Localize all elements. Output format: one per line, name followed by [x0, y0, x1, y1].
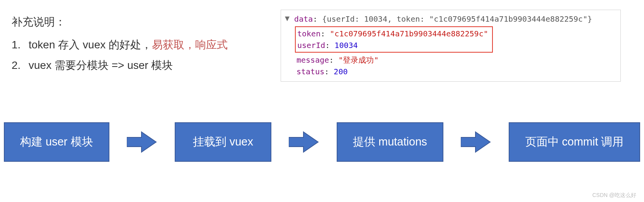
- notes-item-1-num: 1.: [12, 34, 29, 55]
- devtools-token-val: "c1c079695f414a71b9903444e882259c": [330, 29, 488, 38]
- notes-block: 补充说明： 1. token 存入 vuex 的好处，易获取，响应式 2. vu…: [12, 10, 228, 76]
- devtools-status-row: status: 200: [285, 66, 617, 77]
- devtools-summary-line: ▼ data: {userId: 10034, token: "c1c07969…: [285, 13, 617, 25]
- devtools-userid-key: userId: [297, 41, 325, 50]
- arrow-icon-2: [289, 130, 319, 154]
- notes-item-2-text: vuex 需要分模块 => user 模块: [29, 55, 173, 75]
- devtools-message-val: "登录成功": [338, 55, 378, 65]
- arrow-icon-3: [461, 130, 491, 154]
- flow-step-2: 挂载到 vuex: [175, 122, 271, 162]
- notes-heading: 补充说明：: [12, 12, 228, 32]
- devtools-message-row: message: "登录成功": [285, 54, 617, 66]
- notes-item-1-before: token 存入 vuex 的好处，: [29, 39, 152, 51]
- devtools-token-row: token: "c1c079695f414a71b9903444e882259c…: [297, 28, 488, 39]
- flow-step-3: 提供 mutations: [337, 122, 443, 162]
- top-section: 补充说明： 1. token 存入 vuex 的好处，易获取，响应式 2. vu…: [0, 0, 644, 82]
- devtools-summary-key: data: [294, 14, 313, 24]
- devtools-userid-val: 10034: [334, 41, 358, 50]
- arrow-icon-1: [127, 130, 157, 154]
- notes-item-1-highlight: 易获取，响应式: [152, 39, 228, 51]
- devtools-status-key: status: [296, 67, 324, 76]
- flow-step-4: 页面中 commit 调用: [509, 122, 640, 162]
- flow-step-1: 构建 user 模块: [4, 122, 109, 162]
- devtools-message-key: message: [296, 55, 329, 65]
- notes-item-2-num: 2.: [12, 55, 29, 75]
- svg-marker-2: [461, 132, 490, 152]
- devtools-highlighted-box: token: "c1c079695f414a71b9903444e882259c…: [295, 26, 493, 53]
- devtools-token-key: token: [297, 29, 320, 38]
- notes-item-1-text: token 存入 vuex 的好处，易获取，响应式: [29, 34, 228, 55]
- notes-list: 1. token 存入 vuex 的好处，易获取，响应式 2. vuex 需要分…: [12, 34, 228, 75]
- devtools-summary-inline: {userId: 10034, token: "c1c079695f414a71…: [322, 14, 592, 24]
- devtools-panel: ▼ data: {userId: 10034, token: "c1c07969…: [281, 10, 621, 82]
- svg-marker-0: [127, 132, 156, 152]
- devtools-userid-row: userId: 10034: [297, 39, 488, 51]
- flow-row: 构建 user 模块 挂载到 vuex 提供 mutations 页面中 com…: [0, 122, 644, 162]
- notes-item-2: 2. vuex 需要分模块 => user 模块: [12, 55, 228, 75]
- notes-item-1: 1. token 存入 vuex 的好处，易获取，响应式: [12, 34, 228, 55]
- notes-item-2-before: vuex 需要分模块 => user 模块: [29, 59, 173, 71]
- devtools-status-val: 200: [334, 67, 348, 76]
- svg-marker-1: [289, 132, 318, 152]
- watermark: CSDN @吃这么好: [592, 192, 636, 199]
- collapse-triangle-icon: ▼: [285, 12, 290, 24]
